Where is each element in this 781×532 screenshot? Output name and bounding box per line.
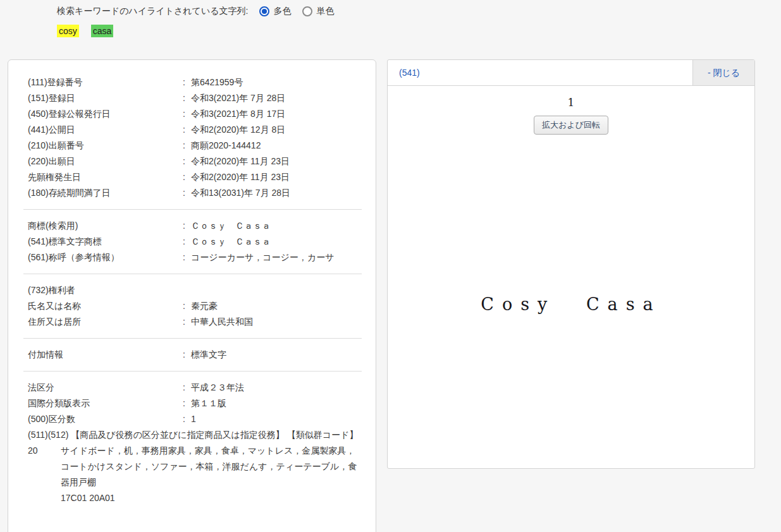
detail-row: 氏名又は名称:秦元豪	[28, 298, 362, 314]
field-colon: :	[183, 138, 185, 154]
highlight-toolbar: 検索キーワードのハイライトされている文字列: 多色 単色	[57, 4, 334, 18]
field-label: (210)出願番号	[28, 138, 183, 154]
goods-heading: (511)(512) 【商品及び役務の区分並びに指定商品又は指定役務】 【類似群…	[28, 427, 362, 443]
field-colon: :	[183, 169, 185, 185]
close-button[interactable]: - 閉じる	[692, 60, 754, 85]
field-value: 令和2(2020)年 11月 23日	[191, 154, 362, 169]
field-colon: :	[183, 380, 185, 396]
field-value: 第１１版	[191, 396, 362, 411]
field-label: (732)権利者	[28, 282, 183, 298]
detail-row: 付加情報:標準文字	[28, 347, 362, 363]
field-label: 国際分類版表示	[28, 396, 183, 411]
field-value: 平成２３年法	[191, 380, 362, 396]
detail-row: (500)区分数:1	[28, 411, 362, 427]
detail-row: 住所又は居所:中華人民共和国	[28, 314, 362, 330]
highlight-label: 検索キーワードのハイライトされている文字列:	[57, 6, 248, 17]
image-page-number: 1	[388, 86, 754, 109]
field-colon: :	[183, 234, 185, 250]
zoom-rotate-button[interactable]: 拡大および回転	[534, 116, 608, 135]
field-label: (151)登録日	[28, 90, 183, 106]
radio-monocolor-circle[interactable]	[302, 6, 312, 16]
field-colon: :	[183, 298, 185, 314]
detail-section: 商標(検索用):Ｃｏｓｙ Ｃａｓａ(541)標準文字商標:Ｃｏｓｙ Ｃａｓａ(5…	[28, 218, 362, 265]
section-divider	[23, 371, 362, 372]
field-colon: :	[183, 411, 185, 427]
detail-section: 付加情報:標準文字	[28, 347, 362, 363]
field-label: 付加情報	[28, 347, 183, 363]
section-divider	[23, 209, 362, 210]
field-value: 令和3(2021)年 7月 28日	[191, 90, 362, 106]
field-colon: :	[183, 106, 185, 122]
detail-row: (450)登録公報発行日:令和3(2021)年 8月 17日	[28, 106, 362, 122]
field-colon: :	[183, 250, 185, 265]
similar-group-codes: 17C01 20A01	[61, 490, 362, 506]
detail-row: 国際分類版表示:第１１版	[28, 396, 362, 411]
field-label: (180)存続期間満了日	[28, 185, 183, 201]
field-label: (561)称呼（参考情報）	[28, 250, 183, 265]
field-value: コージーカーサ，コージー，カーサ	[191, 250, 362, 265]
field-label: 氏名又は名称	[28, 298, 183, 314]
field-value: Ｃｏｓｙ Ｃａｓａ	[191, 234, 362, 250]
field-label: (220)出願日	[28, 154, 183, 169]
field-label: 法区分	[28, 380, 183, 396]
field-value: 令和3(2021)年 8月 17日	[191, 106, 362, 122]
image-panel-title-link[interactable]: (541)	[399, 60, 420, 85]
detail-row: (180)存続期間満了日:令和13(2031)年 7月 28日	[28, 185, 362, 201]
goods-class-number: 20	[28, 443, 61, 490]
field-value: 商願2020-144412	[191, 138, 362, 154]
field-value: 標準文字	[191, 347, 362, 363]
detail-row: (561)称呼（参考情報）:コージーカーサ，コージー，カーサ	[28, 250, 362, 265]
field-colon: :	[183, 90, 185, 106]
radio-monocolor[interactable]: 単色	[302, 6, 334, 17]
detail-sections: (111)登録番号:第6421959号(151)登録日:令和3(2021)年 7…	[28, 75, 362, 506]
image-panel-header: (541) - 閉じる	[388, 60, 754, 86]
detail-row: (441)公開日:令和2(2020)年 12月 8日	[28, 122, 362, 138]
section-divider	[23, 338, 362, 339]
highlight-keyword: cosy	[57, 25, 79, 37]
field-label: (441)公開日	[28, 122, 183, 138]
field-value: 中華人民共和国	[191, 314, 362, 330]
section-divider	[23, 274, 362, 274]
field-colon: :	[183, 218, 185, 234]
goods-class-row: 20サイドボード，机，事務用家具，家具，食卓，マットレス，金属製家具，コートかけ…	[28, 443, 362, 490]
field-colon: :	[183, 122, 185, 138]
radio-multicolor-label: 多色	[273, 6, 291, 17]
detail-row: (732)権利者	[28, 282, 362, 298]
trademark-image: Cosy Casa	[388, 294, 754, 314]
field-colon: :	[183, 185, 185, 201]
detail-row: (210)出願番号:商願2020-144412	[28, 138, 362, 154]
detail-row: (111)登録番号:第6421959号	[28, 75, 362, 90]
detail-section: 法区分:平成２３年法国際分類版表示:第１１版(500)区分数:1(511)(51…	[28, 380, 362, 506]
field-label: (111)登録番号	[28, 75, 183, 90]
field-value: 令和13(2031)年 7月 28日	[191, 185, 362, 201]
field-value: 秦元豪	[191, 298, 362, 314]
radio-multicolor[interactable]: 多色	[259, 6, 291, 17]
trademark-detail-panel: (111)登録番号:第6421959号(151)登録日:令和3(2021)年 7…	[8, 59, 376, 532]
detail-row: 商標(検索用):Ｃｏｓｙ Ｃａｓａ	[28, 218, 362, 234]
image-panel-body: 1 拡大および回転 Cosy Casa	[388, 86, 754, 469]
field-label: 先願権発生日	[28, 169, 183, 185]
detail-row: (151)登録日:令和3(2021)年 7月 28日	[28, 90, 362, 106]
field-value: 令和2(2020)年 12月 8日	[191, 122, 362, 138]
field-colon: :	[183, 396, 185, 411]
detail-section: (732)権利者氏名又は名称:秦元豪住所又は居所:中華人民共和国	[28, 282, 362, 330]
field-value: 令和2(2020)年 11月 23日	[191, 169, 362, 185]
detail-section: (111)登録番号:第6421959号(151)登録日:令和3(2021)年 7…	[28, 75, 362, 201]
detail-row: 法区分:平成２３年法	[28, 380, 362, 396]
trademark-image-panel: (541) - 閉じる 1 拡大および回転 Cosy Casa	[387, 59, 755, 469]
detail-row: 先願権発生日:令和2(2020)年 11月 23日	[28, 169, 362, 185]
field-label: 住所又は居所	[28, 314, 183, 330]
field-value: 第6421959号	[191, 75, 362, 90]
field-label: 商標(検索用)	[28, 218, 183, 234]
field-label: (500)区分数	[28, 411, 183, 427]
field-value: Ｃｏｓｙ Ｃａｓａ	[191, 218, 362, 234]
field-label: (541)標準文字商標	[28, 234, 183, 250]
field-value: 1	[191, 411, 362, 427]
field-colon: :	[183, 75, 185, 90]
field-label: (450)登録公報発行日	[28, 106, 183, 122]
field-colon: :	[183, 347, 185, 363]
radio-monocolor-label: 単色	[316, 6, 334, 17]
highlight-keywords: cosycasa	[57, 25, 113, 37]
radio-multicolor-circle[interactable]	[259, 6, 269, 16]
field-colon: :	[183, 154, 185, 169]
